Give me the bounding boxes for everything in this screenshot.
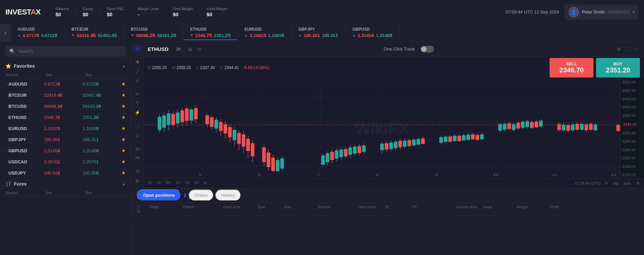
crosshair-tool[interactable]: ✚ — [133, 58, 142, 66]
emoji-tool[interactable]: ☺ — [133, 131, 142, 139]
tf-1d[interactable]: 1d — [192, 180, 200, 187]
chart-container: ⊹ ✚ ╱ ≡ ✏ T ⚡ ⬚ ☺ 🏷 TV ⏱ ⚙ — [131, 42, 644, 255]
buy-button[interactable]: BUY 2351.20 — [596, 58, 640, 77]
one-click-toggle[interactable] — [420, 46, 434, 53]
svg-rect-138 — [517, 123, 520, 128]
list-item[interactable]: ↑ AUDUSD 0.67178 0.67228 ★ — [0, 78, 131, 90]
search-input[interactable] — [18, 49, 122, 54]
forex-icon: 💱 — [5, 181, 11, 187]
list-item[interactable]: ↓ BTCUSD 58098.28 58163.29 ★ — [0, 101, 131, 112]
sell-button[interactable]: SELL 2346.70 — [550, 58, 593, 77]
list-item[interactable]: ↑ USDJPY 140.915 140.950 ★ — [0, 167, 131, 179]
ticker-item-ethusd[interactable]: ETHUSD ▼ 2346.70 2351.20 — [183, 26, 238, 40]
svg-rect-98 — [398, 141, 402, 147]
arrow-up-icon: ▲ — [352, 33, 356, 37]
favorite-star-icon[interactable]: ★ — [121, 103, 126, 109]
arrow-down-icon: ▼ — [190, 33, 194, 37]
auto-scale[interactable]: auto — [622, 181, 632, 186]
ticker-items: AUDUSD ▲ 0.67178 0.67228 BTCEUR ▼ 52416.… — [11, 26, 644, 40]
favorite-star-icon[interactable]: ★ — [121, 81, 126, 87]
favorite-star-icon[interactable]: ★ — [121, 148, 126, 153]
list-item[interactable]: ↑ GBPJPY 185.261 185.311 ★ — [0, 134, 131, 145]
favorites-label: Favorites — [14, 63, 35, 69]
tf-5y[interactable]: 5y — [146, 180, 154, 187]
favorite-star-icon[interactable]: ★ — [121, 159, 126, 164]
svg-rect-48 — [228, 127, 232, 137]
main-layout: 🔍 ⭐ Favorites ▲ Symbol Sell Buy ↑ AUDUSD… — [0, 42, 644, 255]
ticker-item-gbpjpy[interactable]: GBPJPY ▲ 185.261 185.311 — [292, 26, 346, 40]
svg-rect-58 — [251, 143, 255, 156]
compare-icon[interactable]: ⟲ — [196, 45, 202, 53]
svg-rect-72 — [326, 153, 329, 162]
svg-rect-118 — [458, 136, 461, 141]
chart-settings-bottom-icon[interactable]: ⚙ — [635, 180, 641, 187]
ticker-item-eurusd[interactable]: EURUSD ▲ 1.10923 1.10938 — [238, 26, 292, 40]
svg-rect-156 — [571, 124, 575, 130]
timeframe-bottom-tool[interactable]: ⏱ — [133, 168, 142, 176]
user-id: (80685426) — [608, 9, 630, 14]
user-info[interactable]: 👤 Peter Smith (80685426) ▾ — [564, 5, 639, 20]
replay-icon[interactable]: ⟳ — [202, 180, 208, 187]
tool-divider — [134, 55, 141, 55]
svg-text:5: 5 — [199, 173, 202, 177]
search-box: 🔍 — [0, 42, 131, 61]
list-item[interactable]: ↓ USDCAD 1.35701 1.35751 ★ — [0, 156, 131, 167]
svg-rect-52 — [237, 133, 241, 144]
stat-used-margin-label: Used Margin — [207, 7, 228, 11]
favorite-star-icon[interactable]: ★ — [121, 126, 126, 131]
tab-orders[interactable]: Orders — [188, 189, 214, 201]
list-item[interactable]: ↑ EURUSD 1.10923 1.10938 ★ — [0, 123, 131, 134]
forex-section-header[interactable]: 💱 Forex ▲ — [0, 179, 131, 189]
svg-rect-40 — [210, 118, 214, 127]
log-scale[interactable]: log — [612, 181, 620, 186]
svg-rect-152 — [562, 125, 565, 130]
svg-rect-56 — [246, 139, 250, 151]
ticker-item-btceur[interactable]: BTCEUR ▼ 52416.45 52481.45 — [65, 26, 124, 40]
tf-3m[interactable]: 3m — [164, 180, 173, 187]
tab-history[interactable]: History — [215, 189, 241, 201]
chart-symbol: ETHUSD — [148, 46, 169, 52]
list-item[interactable]: ↑ GBPUSD 1.31454 1.31489 ★ — [0, 145, 131, 156]
ruler-tool[interactable]: ⬚ — [133, 122, 142, 130]
ticker-prev-button[interactable]: ‹ — [0, 24, 11, 42]
favorite-star-icon[interactable]: ★ — [121, 170, 126, 176]
tf-5d[interactable]: 5d — [183, 180, 192, 187]
chart-timeframe[interactable]: 1h — [174, 46, 183, 52]
settings-icon[interactable]: ⚙ — [615, 45, 622, 53]
percent-scale[interactable]: % — [603, 181, 609, 186]
list-item[interactable]: ↓ ETHUSD 2346.70 2351.20 ★ — [0, 112, 131, 123]
text-tool[interactable]: T — [133, 99, 142, 107]
line-tool[interactable]: ╱ — [133, 67, 142, 75]
favorite-star-icon[interactable]: ★ — [121, 92, 126, 98]
list-item[interactable]: ↓ BTCEUR 52416.45 52481.45 ★ — [0, 90, 131, 101]
settings-bottom-tool[interactable]: ⚙ — [133, 177, 142, 185]
tab-open-positions[interactable]: Open positions — [137, 189, 181, 201]
stat-open-pl-value: $0 — [107, 11, 124, 17]
tf-1m[interactable]: 1m — [174, 180, 183, 187]
ticker-item-gbpusd[interactable]: GBPUSD ▲ 1.31454 1.31489 — [346, 26, 400, 40]
menu-tool[interactable]: ≡ — [133, 76, 142, 84]
tf-1y[interactable]: 1y — [155, 180, 163, 187]
download-icon[interactable]: ⬇ — [183, 193, 187, 198]
favorites-section-header[interactable]: ⭐ Favorites ▲ — [0, 61, 131, 71]
svg-rect-164 — [589, 124, 593, 130]
svg-rect-160 — [580, 124, 584, 130]
search-input-wrapper[interactable]: 🔍 — [5, 46, 126, 57]
arrow-up-icon: ↑ — [5, 138, 7, 141]
svg-rect-166 — [594, 124, 597, 130]
fullscreen-icon[interactable]: ⛶ — [624, 45, 631, 53]
indicators-icon[interactable]: ⊞ — [187, 45, 194, 53]
svg-rect-62 — [267, 153, 270, 167]
svg-rect-86 — [357, 146, 361, 153]
ticker-item-audusd[interactable]: AUDUSD ▲ 0.67178 0.67228 — [11, 26, 65, 40]
more-icon[interactable]: ⋯ — [633, 45, 640, 53]
chevron-up-icon: ▲ — [122, 64, 126, 68]
cursor-tool[interactable]: ⊹ — [133, 44, 142, 52]
favorite-star-icon[interactable]: ★ — [121, 115, 126, 120]
pencil-tool[interactable]: ✏ — [133, 90, 142, 98]
tag-tool[interactable]: 🏷 — [133, 145, 142, 153]
magnet-tool[interactable]: ⚡ — [133, 108, 142, 116]
svg-rect-154 — [566, 125, 570, 131]
ticker-item-btcusd[interactable]: BTCUSD ▼ 58098.28 58163.29 — [124, 26, 183, 40]
favorite-star-icon[interactable]: ★ — [121, 137, 126, 142]
